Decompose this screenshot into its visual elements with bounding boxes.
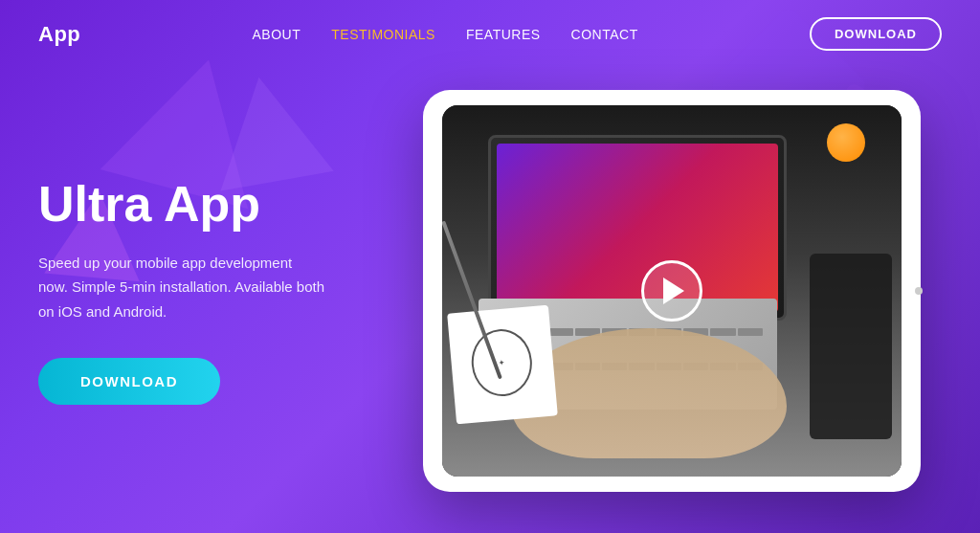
- hero-title: Ultra App: [38, 177, 402, 232]
- tablet-screen: ✦: [442, 105, 902, 477]
- nav-features[interactable]: FEATURES: [466, 27, 541, 42]
- key: [738, 328, 763, 336]
- nav-testimonials[interactable]: TESTIMONIALS: [331, 27, 435, 42]
- laptop-body: [488, 135, 787, 321]
- nav-links: ABOUT TESTIMONIALS FEATURES CONTACT: [253, 26, 638, 43]
- hero-text: Ultra App Speed up your mobile app devel…: [38, 177, 402, 406]
- nav-download-button[interactable]: DOWNLOAD: [810, 17, 942, 51]
- hero-download-button[interactable]: DOWNLOAD: [38, 358, 220, 405]
- play-button[interactable]: [641, 260, 702, 322]
- key: [548, 328, 573, 336]
- hero-section: App ABOUT TESTIMONIALS FEATURES CONTACT …: [0, 0, 980, 533]
- nav-about[interactable]: ABOUT: [253, 27, 301, 42]
- hero-subtitle: Speed up your mobile app development now…: [38, 251, 325, 324]
- nav-contact[interactable]: CONTACT: [571, 27, 638, 42]
- orange-object: [827, 123, 865, 162]
- hero-content: Ultra App Speed up your mobile app devel…: [0, 68, 980, 533]
- tablet-area: ✦: [402, 90, 942, 492]
- notebook: ✦: [447, 305, 557, 425]
- navbar: App ABOUT TESTIMONIALS FEATURES CONTACT …: [0, 0, 980, 68]
- play-overlay: [641, 260, 702, 322]
- key: [710, 328, 735, 336]
- laptop-screen: [497, 144, 778, 312]
- dark-device: [810, 254, 892, 439]
- play-icon: [663, 278, 684, 304]
- tablet-mockup: ✦: [423, 90, 921, 492]
- notebook-logo: ✦: [469, 327, 535, 399]
- tablet-home-button: [915, 287, 923, 295]
- logo[interactable]: App: [38, 22, 80, 47]
